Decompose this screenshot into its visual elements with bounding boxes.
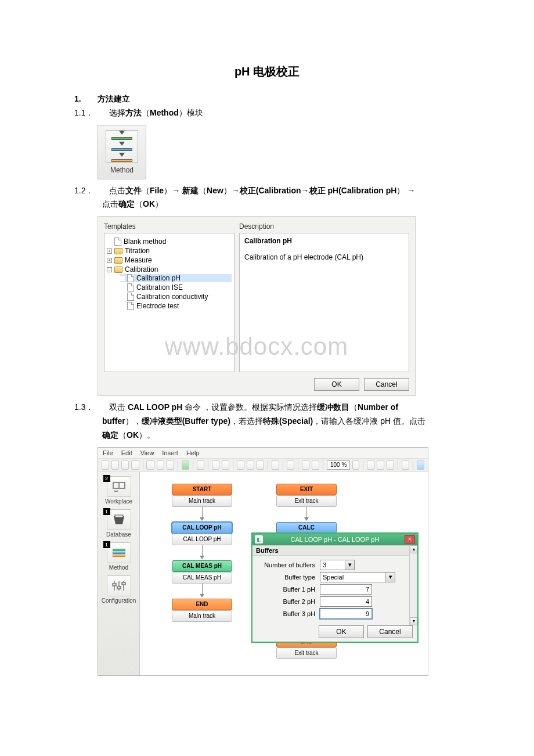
badge: 2 — [103, 475, 110, 482]
text: Number of — [358, 402, 398, 412]
vertical-scrollbar[interactable]: ▴ ▾ — [409, 545, 417, 625]
tree-item-blank[interactable]: Blank method — [107, 237, 232, 246]
toolbar-icon[interactable] — [377, 460, 384, 470]
method-icon — [107, 542, 131, 563]
paste-icon[interactable] — [257, 460, 264, 470]
dialog-titlebar[interactable]: ◧ CAL LOOP pH - CAL LOOP pH × — [252, 534, 417, 545]
new-icon[interactable] — [102, 460, 109, 470]
undo-icon[interactable] — [212, 460, 219, 470]
ok-button[interactable]: OK — [319, 625, 364, 638]
pdf-icon[interactable] — [167, 460, 174, 470]
menu-file[interactable]: File — [103, 449, 113, 456]
tree-item-calibration[interactable]: -Calibration — [107, 265, 232, 273]
menu-insert[interactable]: Insert — [162, 449, 178, 456]
templates-tree[interactable]: Blank method +Titration +Measure -Calibr… — [104, 233, 234, 372]
delete-icon[interactable] — [272, 460, 279, 470]
node-exit[interactable]: EXIT — [276, 484, 337, 495]
open-icon[interactable] — [111, 460, 119, 470]
toolbar-icon[interactable] — [302, 460, 309, 470]
node-end[interactable]: END — [172, 599, 232, 610]
node-exit-track[interactable]: Exit track — [276, 495, 337, 507]
toolbar-icon[interactable] — [402, 460, 409, 470]
redo-icon[interactable] — [222, 460, 229, 470]
chevron-down-icon[interactable]: ▾ — [345, 560, 354, 570]
toolbar-icon[interactable] — [367, 460, 374, 470]
expand-icon[interactable]: + — [107, 249, 112, 254]
node-calc[interactable]: CALC — [276, 522, 337, 534]
sidebar-label: Method — [109, 564, 128, 571]
cut-icon[interactable] — [237, 460, 244, 470]
toolbar-icon[interactable] — [312, 460, 319, 470]
text: （ — [199, 186, 207, 195]
menu-edit[interactable]: Edit — [121, 449, 132, 456]
separator — [143, 460, 143, 470]
separator — [363, 460, 363, 470]
toolbar-icon[interactable] — [287, 460, 294, 470]
tree-item-titration[interactable]: +Titration — [107, 247, 232, 255]
expand-icon[interactable]: + — [107, 258, 112, 263]
tree-item-measure[interactable]: +Measure — [107, 256, 232, 264]
tree-item-calibration-ise[interactable]: Calibration ISE — [120, 283, 232, 291]
label-buffer-type: Buffer type — [257, 574, 320, 581]
toolbar: 100 % — [98, 459, 428, 472]
method-module-button[interactable]: Method — [98, 125, 146, 179]
text: buffer — [102, 416, 125, 426]
node-cal-meas-ph[interactable]: CAL MEAS pH — [172, 560, 232, 572]
scroll-down-icon[interactable]: ▾ — [410, 617, 417, 625]
sidebar-item-method[interactable]: 1 Method — [100, 539, 138, 573]
method-canvas[interactable]: START Main track CAL LOOP pH CAL LOOP pH… — [140, 472, 428, 675]
node-cal-loop-ph[interactable]: CAL LOOP pH — [172, 522, 232, 534]
sidebar-item-configuration[interactable]: Configuration — [100, 573, 138, 606]
text: 确定 — [118, 199, 135, 208]
svg-rect-6 — [122, 582, 125, 585]
file-icon — [127, 283, 134, 291]
tree-item-calibration-cond[interactable]: Calibration conductivity — [120, 293, 232, 301]
arrow-down-icon — [200, 594, 204, 597]
node-cal-meas-ph-sub[interactable]: CAL MEAS pH — [172, 572, 232, 584]
toolbar-icon[interactable] — [157, 460, 164, 470]
buffer-1-input[interactable]: 7 — [320, 584, 372, 595]
cancel-button[interactable]: Cancel — [364, 378, 409, 391]
node-exit-track-2[interactable]: Exit track — [276, 647, 337, 659]
collapse-icon[interactable]: - — [107, 267, 112, 272]
step-1-3: 1.3． 双击 CAL LOOP pH 命令 ，设置参数。根据实际情况选择缓冲数… — [74, 401, 464, 415]
scroll-up-icon[interactable]: ▴ — [410, 545, 417, 553]
node-cal-loop-ph-sub[interactable]: CAL LOOP pH — [172, 534, 232, 545]
toolbar-icon[interactable] — [197, 460, 204, 470]
text: 方法 — [125, 108, 142, 117]
close-button[interactable]: × — [405, 535, 415, 543]
dropdown-icon[interactable] — [352, 460, 359, 470]
help-icon[interactable] — [417, 460, 424, 470]
toolbar-icon[interactable] — [146, 460, 154, 470]
tree-item-electrode-test[interactable]: Electrode test — [120, 302, 232, 310]
tree-item-calibration-ph[interactable]: Calibration pH — [120, 274, 232, 282]
buffer-type-select[interactable]: Special▾ — [320, 572, 395, 582]
buffer-2-input[interactable]: 4 — [320, 596, 372, 607]
print-icon[interactable] — [131, 460, 139, 470]
app-icon: ◧ — [255, 535, 263, 543]
bar-icon — [111, 137, 132, 140]
number-of-buffers-select[interactable]: 3▾ — [320, 560, 355, 570]
node-start[interactable]: START — [172, 484, 232, 495]
copy-icon[interactable] — [247, 460, 254, 470]
separator — [233, 460, 233, 470]
step-1-3-line3: 确定（OK）。 — [74, 429, 464, 442]
node-main-track-2[interactable]: Main track — [172, 610, 232, 622]
buffer-3-input[interactable]: 9 — [320, 609, 372, 619]
node-main-track[interactable]: Main track — [172, 495, 232, 507]
cancel-button[interactable]: Cancel — [367, 625, 413, 638]
toolbar-icon[interactable] — [387, 460, 394, 470]
save-icon[interactable] — [121, 460, 129, 470]
zoom-value[interactable]: 100 % — [327, 460, 350, 470]
arrow-down-icon — [117, 142, 127, 146]
menu-view[interactable]: View — [140, 449, 154, 456]
check-icon[interactable] — [182, 460, 189, 470]
menu-help[interactable]: Help — [186, 449, 200, 456]
sidebar-item-workplace[interactable]: 2 Workplace — [100, 473, 138, 506]
text: ） — [164, 186, 172, 195]
text: 校正 — [240, 186, 256, 195]
sidebar-item-database[interactable]: 1 Database — [100, 506, 138, 539]
chevron-down-icon[interactable]: ▾ — [385, 573, 395, 582]
ok-button[interactable]: OK — [314, 378, 359, 391]
description-panel: Calibration pH Calibration of a pH elect… — [239, 233, 409, 372]
